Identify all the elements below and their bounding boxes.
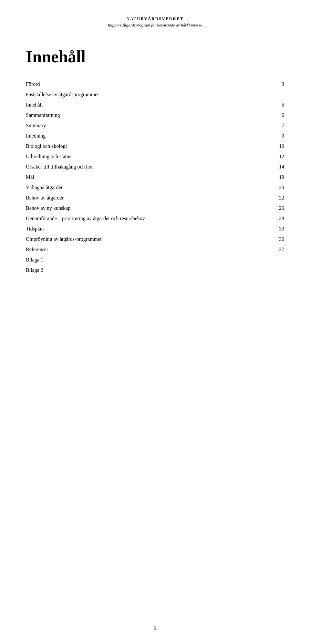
toc-item-page: 7 <box>245 120 284 131</box>
toc-row: Utbredning och status12 <box>26 151 284 162</box>
toc-item-label: Utbredning och status <box>26 151 245 162</box>
toc-item-page: 6 <box>245 110 284 120</box>
toc-item-page: 19 <box>245 172 284 182</box>
toc-item-label: Bilaga 2 <box>26 265 245 275</box>
toc-item-label: Genomförande – prioritering av åtgärder … <box>26 213 245 224</box>
toc-item-label: Vidtagna åtgärder <box>26 182 245 193</box>
toc-item-label: Summary <box>26 120 245 131</box>
toc-item-label: Behov av ny kunskap <box>26 203 245 213</box>
toc-item-label: Omprövning av åtgärds-programmet <box>26 234 245 244</box>
toc-row: Tidsplan33 <box>26 224 284 234</box>
toc-item-label: Sammanfattning <box>26 110 245 120</box>
toc-item-page <box>245 89 284 100</box>
toc-row: Summary7 <box>26 120 284 131</box>
toc-item-label: Inledning <box>26 131 245 141</box>
toc-item-label: Tidsplan <box>26 224 245 234</box>
toc-item-page: 22 <box>245 193 284 203</box>
toc-item-page: 37 <box>245 244 284 255</box>
organization-name: NATURVÅRDSVERKET <box>26 16 284 21</box>
toc-row: Orsaker till tillbakagång och hot14 <box>26 162 284 172</box>
toc-item-page: 26 <box>245 203 284 213</box>
toc-row: Omprövning av åtgärds-programmet36 <box>26 234 284 244</box>
page-heading: Innehåll <box>26 47 284 66</box>
toc-row: Vidtagna åtgärder20 <box>26 182 284 193</box>
toc-row: Fastställelse av åtgärdsprogrammet <box>26 89 284 100</box>
toc-row: Bilaga 2 <box>26 265 284 275</box>
toc-item-label: Behov av åtgärder <box>26 193 245 203</box>
toc-item-page: 33 <box>245 224 284 234</box>
toc-row: Inledning9 <box>26 131 284 141</box>
toc-item-label: Bilaga 1 <box>26 255 245 265</box>
toc-row: Bilaga 1 <box>26 255 284 265</box>
toc-row: Referenser37 <box>26 244 284 255</box>
toc-item-page: 3 <box>245 79 284 89</box>
toc-row: Behov av ny kunskap26 <box>26 203 284 213</box>
toc-item-label: Mål <box>26 172 245 182</box>
toc-item-page: 20 <box>245 182 284 193</box>
page-header: NATURVÅRDSVERKET Rapport Åtgärdsprogram … <box>26 13 284 28</box>
page-number: 5 <box>154 626 156 631</box>
toc-item-page: 28 <box>245 213 284 224</box>
toc-item-page: 5 <box>245 100 284 110</box>
toc-item-page: 36 <box>245 234 284 244</box>
toc-row: Behov av åtgärder22 <box>26 193 284 203</box>
page-container: NATURVÅRDSVERKET Rapport Åtgärdsprogram … <box>0 0 310 644</box>
toc-item-label: Innehåll <box>26 100 245 110</box>
toc-item-label: Fastställelse av åtgärdsprogrammet <box>26 89 245 100</box>
report-subtitle: Rapport Åtgärdsprogram för bevarande av … <box>26 23 284 28</box>
toc-item-page <box>245 265 284 275</box>
toc-row: Mål19 <box>26 172 284 182</box>
toc-row: Genomförande – prioritering av åtgärder … <box>26 213 284 224</box>
toc-row: Sammanfattning6 <box>26 110 284 120</box>
toc-item-label: Biologi och ekologi <box>26 141 245 151</box>
table-of-contents: Förord3Fastställelse av åtgärdsprogramme… <box>26 79 284 275</box>
toc-item-page <box>245 255 284 265</box>
toc-row: Förord3 <box>26 79 284 89</box>
toc-item-label: Referenser <box>26 244 245 255</box>
toc-item-page: 10 <box>245 141 284 151</box>
toc-row: Innehåll5 <box>26 100 284 110</box>
toc-item-page: 12 <box>245 151 284 162</box>
toc-item-label: Förord <box>26 79 245 89</box>
toc-item-page: 14 <box>245 162 284 172</box>
toc-item-page: 9 <box>245 131 284 141</box>
toc-row: Biologi och ekologi10 <box>26 141 284 151</box>
toc-item-label: Orsaker till tillbakagång och hot <box>26 162 245 172</box>
